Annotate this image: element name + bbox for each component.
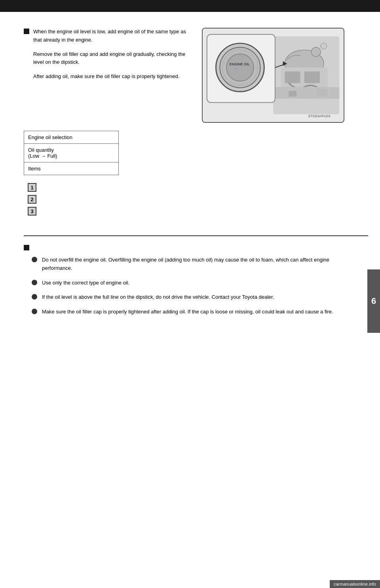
numbered-item-1: 1 [28, 183, 344, 192]
table-row-2: Oil quantity(Low → Full) [24, 144, 118, 162]
section1-para1: When the engine oil level is low, add en… [33, 28, 194, 44]
bottom-section: Do not overfill the engine oil. Overfill… [0, 244, 380, 316]
top-content-area: When the engine oil level is low, add en… [24, 28, 344, 123]
left-text-area: When the engine oil level is low, add en… [24, 28, 194, 123]
num-badge-1: 1 [28, 183, 36, 192]
circle-bullet-1 [32, 257, 37, 262]
circle-bullet-2 [32, 280, 37, 285]
chapter-tab: 6 [367, 269, 380, 333]
page: 6 When the engine oil level is low, add … [0, 0, 380, 588]
main-content: When the engine oil level is low, add en… [0, 12, 368, 235]
section1-para2: Remove the oil filler cap and add engine… [33, 50, 194, 67]
svg-rect-10 [316, 89, 328, 97]
svg-text:STO63APU03: STO63APU03 [308, 114, 331, 118]
svg-point-15 [226, 54, 254, 81]
svg-rect-4 [285, 71, 300, 83]
bullet-items-list: Do not overfill the engine oil. Overfill… [32, 256, 356, 316]
section2-header [24, 244, 356, 250]
bullet-item-2: Use only the correct type of engine oil. [32, 279, 356, 287]
section1-header: When the engine oil level is low, add en… [24, 28, 194, 81]
svg-rect-9 [289, 91, 296, 97]
table-cell-2: Oil quantity(Low → Full) [28, 147, 57, 159]
num-badge-3: 3 [28, 207, 36, 216]
section1-bullet [24, 29, 29, 34]
bullet-text-3: If the oil level is above the full line … [42, 293, 274, 302]
bullet-item-3: If the oil level is above the full line … [32, 293, 356, 302]
top-bar [0, 0, 380, 12]
selection-table: Engine oil selection Oil quantity(Low → … [24, 131, 119, 175]
numbered-items: 1 2 3 [28, 183, 344, 216]
numbered-item-3: 3 [28, 207, 344, 216]
chapter-number: 6 [371, 296, 376, 306]
svg-point-7 [321, 43, 327, 49]
svg-point-6 [311, 47, 321, 57]
right-image-area: ENGINE OIL 🔧 STO63APU03 [202, 28, 344, 123]
svg-rect-8 [275, 87, 339, 99]
table-cell-1: Engine oil selection [28, 134, 72, 140]
table-cell-3: Items [28, 166, 41, 172]
svg-text:ENGINE OIL: ENGINE OIL [230, 62, 250, 66]
bullet-item-1: Do not overfill the engine oil. Overfill… [32, 256, 356, 273]
table-row-1: Engine oil selection [24, 131, 118, 144]
circle-bullet-4 [32, 309, 37, 314]
bullet-text-2: Use only the correct type of engine oil. [42, 279, 129, 287]
section1-para3: After adding oil, make sure the oil fill… [33, 73, 194, 81]
numbered-item-2: 2 [28, 195, 344, 204]
table-row-3: Items [24, 162, 118, 175]
circle-bullet-3 [32, 294, 37, 300]
num-badge-2: 2 [28, 195, 36, 204]
svg-text:🔧: 🔧 [235, 67, 239, 71]
section1-text: When the engine oil level is low, add en… [33, 28, 194, 81]
section2-bullet [24, 245, 29, 250]
engine-oil-image: ENGINE OIL 🔧 STO63APU03 [202, 28, 344, 123]
bullet-item-4: Make sure the oil filler cap is properly… [32, 308, 356, 316]
engine-illustration: ENGINE OIL 🔧 STO63APU03 [203, 29, 344, 122]
bullet-text-4: Make sure the oil filler cap is properly… [42, 308, 333, 316]
bottom-logo: carmanualsonline.info [330, 580, 380, 588]
section-divider [24, 235, 368, 236]
svg-rect-5 [304, 71, 320, 83]
bullet-text-1: Do not overfill the engine oil. Overfill… [42, 256, 356, 273]
